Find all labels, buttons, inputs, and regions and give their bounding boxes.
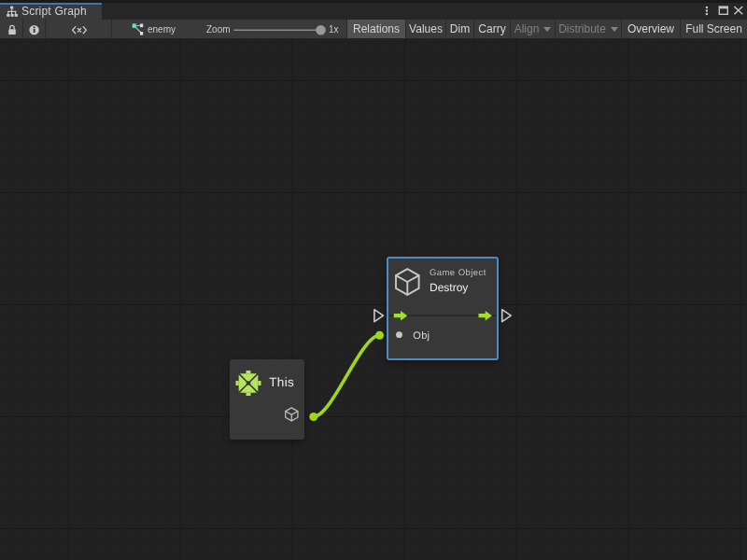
svg-text:Game Object: Game Object xyxy=(430,268,486,278)
svg-text:Obj: Obj xyxy=(413,330,430,342)
svg-text:This: This xyxy=(269,375,294,389)
svg-text:Destroy: Destroy xyxy=(430,281,468,294)
